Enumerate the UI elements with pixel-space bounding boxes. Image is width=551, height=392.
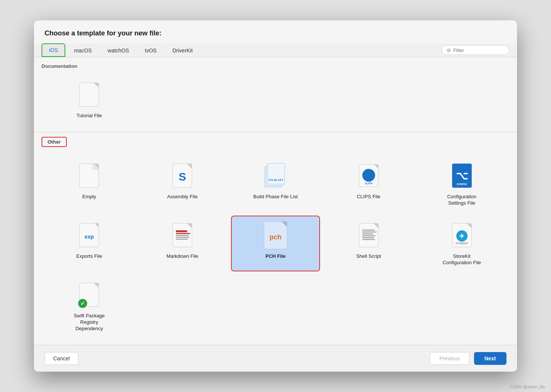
buildphase-label: Build Phase File List (253, 194, 298, 200)
tab-watchos[interactable]: watchOS (100, 44, 136, 57)
new-file-dialog: Choose a template for your new file: iOS… (34, 20, 517, 371)
other-items-grid: Empty S Assembly File (34, 149, 517, 345)
watermark: CSDN @same_life (510, 384, 545, 389)
empty-label: Empty (82, 194, 96, 200)
empty-icon (77, 161, 101, 190)
other-section: Other Empty (34, 132, 517, 345)
next-button[interactable]: Next (474, 352, 506, 365)
exports-icon: exp (77, 221, 101, 250)
other-section-header-wrap: Other (34, 132, 517, 149)
tutorial-label: Tutorial File (77, 113, 102, 119)
file-item-shell[interactable]: Shell Script (324, 216, 413, 271)
filter-container: ⊜ (442, 45, 509, 55)
tab-macos[interactable]: macOS (67, 44, 99, 57)
documentation-items-grid: Tutorial File (34, 72, 517, 132)
file-item-pch[interactable]: pch PCH File (231, 216, 320, 271)
filter-input-wrap[interactable]: ⊜ (442, 45, 509, 55)
cancel-button[interactable]: Cancel (45, 352, 78, 365)
clips-icon: CLIPS (357, 161, 381, 190)
filter-input[interactable] (453, 47, 505, 53)
tab-driverkit[interactable]: DriverKit (165, 44, 200, 57)
file-item-empty[interactable]: Empty (45, 156, 134, 212)
dialog-title: Choose a template for your new file: (34, 20, 517, 43)
file-item-markdown[interactable]: Markdown File (138, 216, 227, 271)
tutorial-icon (77, 80, 101, 109)
file-item-assembly[interactable]: S Assembly File (138, 156, 227, 212)
file-item-storekit[interactable]: ✈ STOREKIT StoreKit Configuration File (417, 216, 506, 271)
pch-icon: pch (263, 221, 288, 250)
tab-tvos[interactable]: tvOS (138, 44, 164, 57)
filter-icon: ⊜ (446, 47, 451, 53)
tab-ios[interactable]: iOS (42, 43, 65, 57)
assembly-label: Assembly File (167, 194, 198, 200)
shell-label: Shell Script (356, 253, 381, 260)
navigation-buttons: Previous Next (430, 352, 506, 365)
pch-label: PCH File (265, 253, 285, 260)
file-item-registry[interactable]: ✓ Swift Package Registry Dependency (45, 275, 134, 337)
storekit-icon: ✈ STOREKIT (450, 221, 474, 250)
content-area: Documentation Tutorial File Other (34, 57, 517, 345)
shell-icon (357, 221, 381, 250)
registry-label: Swift Package Registry Dependency (66, 313, 112, 332)
storekit-label: StoreKit Configuration File (439, 253, 485, 266)
file-item-clips[interactable]: CLIPS CLIPS File (324, 156, 413, 212)
tab-bar: iOS macOS watchOS tvOS DriverKit ⊜ (34, 43, 517, 57)
config-label: Configuration Settings File (439, 194, 485, 207)
clips-label: CLIPS File (357, 194, 380, 200)
file-item-config[interactable]: ⌥ CONFIG Configuration Settings File (417, 156, 506, 212)
markdown-icon (170, 221, 194, 250)
exports-label: Exports File (76, 253, 102, 260)
markdown-label: Markdown File (166, 253, 199, 260)
file-item-buildphase[interactable]: FILELIST Build Phase File List (231, 156, 320, 212)
bottom-bar: Cancel Previous Next (34, 345, 517, 372)
file-item-exports[interactable]: exp Exports File (45, 216, 134, 271)
documentation-section-label: Documentation (34, 62, 517, 72)
config-icon: ⌥ CONFIG (450, 161, 474, 190)
assembly-icon: S (170, 161, 194, 190)
other-section-label: Other (42, 137, 67, 147)
documentation-section: Documentation Tutorial File (34, 57, 517, 132)
registry-icon: ✓ (77, 280, 101, 309)
previous-button[interactable]: Previous (430, 352, 469, 365)
buildphase-icon: FILELIST (263, 161, 288, 190)
file-item-tutorial[interactable]: Tutorial File (45, 75, 134, 124)
